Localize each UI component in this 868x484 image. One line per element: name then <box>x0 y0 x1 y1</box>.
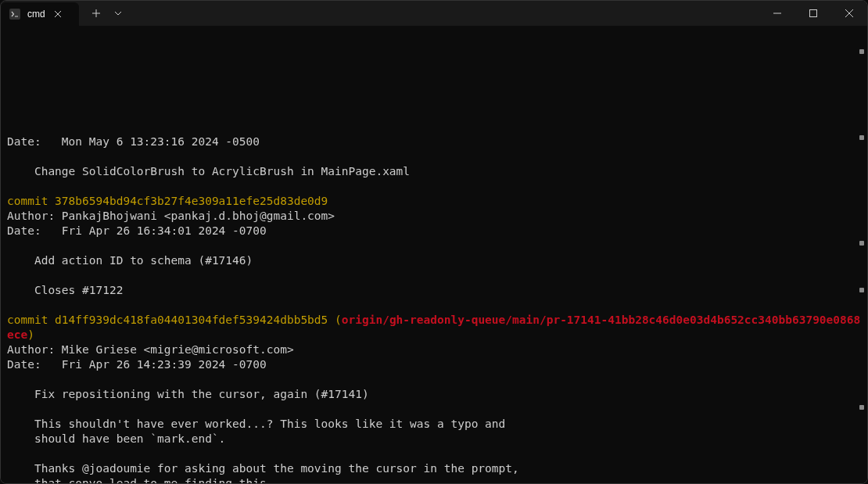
close-button[interactable] <box>831 1 867 26</box>
log-line: that convo lead to me finding this. <box>7 477 273 483</box>
terminal-window: cmd <box>0 0 868 484</box>
new-tab-dropdown[interactable] <box>110 2 126 24</box>
tab-close-button[interactable] <box>52 8 64 20</box>
log-line: Add action ID to schema (#17146) <box>7 254 253 267</box>
log-line: Date: Mon May 6 13:23:16 2024 -0500 <box>7 135 260 148</box>
log-line: Author: Mike Griese <migrie@microsoft.co… <box>7 343 294 356</box>
new-tab-area <box>79 1 132 26</box>
log-line: This shouldn't have ever worked...? This… <box>7 418 505 430</box>
scrollbar-thumb[interactable] <box>859 49 864 54</box>
log-line: Author: PankajBhojwani <pankaj.d.bhoj@gm… <box>7 210 335 222</box>
log-line: Date: Fri Apr 26 14:23:39 2024 -0700 <box>7 358 267 371</box>
maximize-button[interactable] <box>795 1 831 26</box>
commit-line: commit d14ff939dc418fa04401304fdef539424… <box>7 314 860 341</box>
scrollbar-thumb[interactable] <box>859 135 864 140</box>
commit-line: commit 378b6594bd94cf3b27f4e309a11efe25d… <box>7 195 328 207</box>
scrollbar-thumb[interactable] <box>859 405 864 410</box>
new-tab-button[interactable] <box>85 2 107 24</box>
minimize-button[interactable] <box>759 1 795 26</box>
log-line: Thanks @joadoumie for asking about the m… <box>7 462 519 475</box>
cmd-icon <box>9 8 21 20</box>
log-line: Closes #17122 <box>7 284 123 296</box>
terminal-viewport[interactable]: Date: Mon May 6 13:23:16 2024 -0500 Chan… <box>1 26 867 483</box>
svg-rect-3 <box>810 10 817 17</box>
log-line: Date: Fri Apr 26 16:34:01 2024 -0700 <box>7 224 267 237</box>
titlebar-drag-area[interactable] <box>132 1 759 26</box>
scrollbar-thumb[interactable] <box>859 288 864 292</box>
tab-title: cmd <box>27 9 45 20</box>
scrollbar-thumb[interactable] <box>859 241 864 246</box>
titlebar: cmd <box>1 1 867 26</box>
log-line: Change SolidColorBrush to AcrylicBrush i… <box>7 165 410 177</box>
log-line: Fix repositioning with the cursor, again… <box>7 388 369 400</box>
svg-rect-0 <box>9 9 20 20</box>
window-controls <box>759 1 867 26</box>
log-line: should have been `mark.end`. <box>7 432 225 445</box>
terminal-output: Date: Mon May 6 13:23:16 2024 -0500 Chan… <box>7 134 861 483</box>
tab-active[interactable]: cmd <box>1 2 79 26</box>
